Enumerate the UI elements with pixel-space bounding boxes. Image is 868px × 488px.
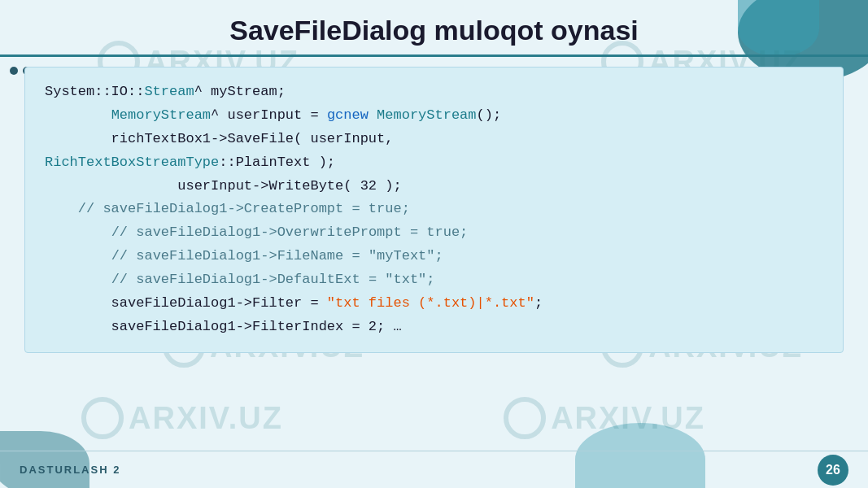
code-line: // saveFileDialog1->FileName = "myText"; bbox=[45, 245, 823, 268]
code-block: System::IO::Stream^ myStream; MemoryStre… bbox=[24, 67, 844, 353]
code-line: userInput->WriteByte( 32 ); bbox=[45, 175, 823, 198]
code-line: // saveFileDialog1->DefaultExt = "txt"; bbox=[45, 268, 823, 292]
code-line: richTextBox1->SaveFile( userInput, bbox=[45, 128, 823, 151]
code-line: // saveFileDialog1->CreatePrompt = true; bbox=[45, 198, 823, 221]
slide-title: SaveFileDialog muloqot oynasi bbox=[33, 15, 835, 46]
watermark-7: ARXIV.UZ bbox=[81, 397, 283, 439]
slide: ARXIV.UZ ARXIV.UZ ARXIV.UZ ARXIV.UZ ARXI… bbox=[0, 0, 868, 488]
footer: DASTURLASH 2 26 bbox=[0, 451, 868, 488]
code-line: MemoryStream^ userInput = gcnew MemorySt… bbox=[45, 104, 823, 128]
code-line: RichTextBoxStreamType::PlainText ); bbox=[45, 151, 823, 175]
page-number: 26 bbox=[818, 455, 848, 486]
title-bar: SaveFileDialog muloqot oynasi bbox=[0, 0, 868, 57]
code-line: saveFileDialog1->Filter = "txt files (*.… bbox=[45, 292, 823, 316]
code-line: // saveFileDialog1->OverwritePrompt = tr… bbox=[45, 221, 823, 245]
dot-1 bbox=[10, 67, 18, 75]
code-line: System::IO::Stream^ myStream; bbox=[45, 81, 823, 104]
code-line: saveFileDialog1->FilterIndex = 2; … bbox=[45, 316, 823, 339]
footer-label: DASTURLASH 2 bbox=[20, 464, 120, 476]
